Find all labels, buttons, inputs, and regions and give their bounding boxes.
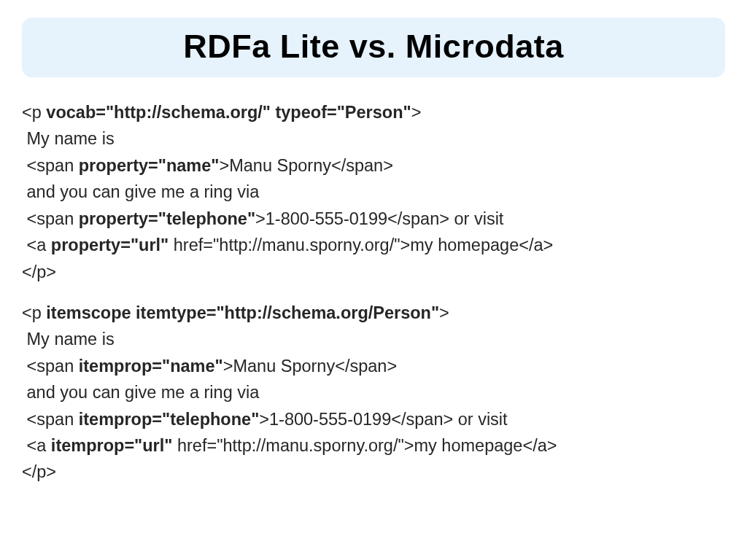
slide: RDFa Lite vs. Microdata <p vocab="http:/… [0, 0, 747, 560]
code-text: >Manu Sporny</span> [219, 156, 392, 175]
code-text: >Manu Sporny</span> [223, 357, 397, 376]
code-line: <span property="telephone">1-800-555-019… [22, 206, 725, 232]
code-text: <a [22, 436, 51, 455]
code-line: <p itemscope itemtype="http://schema.org… [22, 300, 725, 326]
code-line: and you can give me a ring via [22, 379, 725, 405]
code-bold: property="name" [79, 156, 220, 175]
code-text: > [439, 303, 449, 322]
code-line: </p> [22, 459, 725, 485]
code-line: <p vocab="http://schema.org/" typeof="Pe… [22, 99, 725, 125]
code-bold: property="url" [51, 236, 169, 254]
code-line: My name is [22, 125, 725, 152]
code-line: and you can give me a ring via [22, 179, 725, 205]
code-line: <span property="name">Manu Sporny</span> [22, 152, 725, 179]
code-bold: itemprop="telephone" [79, 410, 260, 429]
code-line: My name is [22, 326, 725, 352]
code-bold: vocab="http://schema.org/" typeof="Perso… [46, 103, 411, 122]
code-line: <a property="url" href="http://manu.spor… [22, 232, 725, 258]
code-line: <span itemprop="telephone">1-800-555-019… [22, 406, 725, 432]
code-text: >1-800-555-0199</span> or visit [259, 410, 507, 429]
microdata-code-block: <p itemscope itemtype="http://schema.org… [22, 300, 725, 486]
code-bold: itemprop="url" [51, 436, 173, 455]
rdfa-code-block: <p vocab="http://schema.org/" typeof="Pe… [22, 99, 725, 285]
code-text: <a [22, 236, 51, 254]
code-line: <span itemprop="name">Manu Sporny</span> [22, 353, 725, 379]
code-text: > [411, 103, 422, 122]
code-bold: property="telephone" [79, 209, 255, 228]
code-bold: itemprop="name" [79, 357, 223, 376]
code-line: <a itemprop="url" href="http://manu.spor… [22, 432, 725, 459]
code-text: href="http://manu.sporny.org/">my homepa… [172, 436, 557, 455]
title-bar: RDFa Lite vs. Microdata [22, 18, 725, 77]
code-text: <span [22, 156, 79, 175]
slide-title: RDFa Lite vs. Microdata [22, 28, 725, 66]
code-text: <span [22, 357, 79, 376]
code-text: <p [22, 303, 46, 322]
code-bold: itemscope itemtype="http://schema.org/Pe… [46, 303, 439, 322]
code-text: href="http://manu.sporny.org/">my homepa… [169, 236, 553, 254]
code-text: <span [22, 410, 79, 429]
code-text: >1-800-555-0199</span> or visit [255, 209, 503, 228]
code-line: </p> [22, 259, 725, 285]
code-text: <span [22, 209, 79, 228]
code-text: <p [22, 103, 46, 122]
